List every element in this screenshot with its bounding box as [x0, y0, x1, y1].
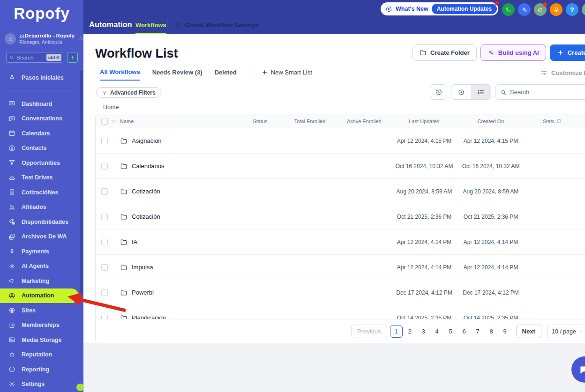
chevron-down-icon[interactable]: [108, 118, 118, 124]
table-row-ia[interactable]: IAApr 12 2024, 4:14 PMApr 12 2024, 4:14 …: [96, 229, 585, 255]
row-menu-button[interactable]: [583, 289, 585, 296]
sidebar-item-ai-agents[interactable]: AI Agents: [0, 259, 83, 274]
sidebar-item-payments[interactable]: $Payments: [0, 244, 83, 259]
build-using-ai-button[interactable]: Build using AI: [480, 44, 546, 61]
advanced-filters-button[interactable]: Advanced Filters: [96, 87, 161, 98]
sidebar-item-sites[interactable]: Sites: [0, 303, 83, 318]
sidebar-item-marketing[interactable]: Marketing: [0, 274, 83, 288]
announcements-button[interactable]: [534, 3, 547, 16]
help-button[interactable]: ?: [566, 3, 578, 16]
quick-actions-button[interactable]: [67, 52, 78, 63]
table-row-cotizaci-n[interactable]: CotizaciónAug 20 2024, 8:59 AMAug 20 202…: [96, 179, 585, 204]
folder-name[interactable]: IA: [132, 238, 137, 245]
table-row-cotizaci-n[interactable]: CotizaciónOct 21 2025, 2:36 PMOct 21 202…: [96, 204, 585, 229]
row-menu-button[interactable]: [583, 137, 585, 145]
page-button-2[interactable]: 2: [404, 325, 416, 338]
row-menu-button[interactable]: [583, 238, 585, 246]
folder-name[interactable]: Impulsa: [132, 264, 153, 271]
folder-name[interactable]: Asignacion: [132, 137, 162, 144]
row-checkbox[interactable]: [101, 214, 108, 220]
whats-new-pill[interactable]: What's New Automation Updates: [381, 2, 498, 15]
sidebar-item-media-storage[interactable]: Media Storage: [0, 333, 83, 348]
select-all-checkbox[interactable]: [101, 118, 108, 125]
row-menu-button[interactable]: [583, 163, 585, 170]
sidebar-item-archivos-de-wa[interactable]: Archivos De WA: [0, 229, 83, 244]
page-button-8[interactable]: 8: [485, 325, 498, 338]
sidebar-item-automation[interactable]: Automation: [0, 288, 79, 303]
previous-page-button[interactable]: Previous: [351, 325, 387, 338]
account-switcher[interactable]: zzDesarrollo - Ropofy Rionegro, Antioqui…: [5, 33, 80, 45]
create-folder-button[interactable]: Create Folder: [412, 44, 477, 61]
page-button-9[interactable]: 9: [499, 325, 511, 338]
sidebar-item-contacts[interactable]: Contacts: [0, 141, 83, 156]
sidebar-scrollbar[interactable]: [80, 70, 83, 295]
sidebar-item-calendars[interactable]: Calendars: [0, 126, 83, 141]
folder-name[interactable]: Cotización: [132, 213, 160, 220]
sidebar-item-opportunities[interactable]: Opportunities: [0, 155, 83, 170]
row-checkbox[interactable]: [101, 264, 108, 271]
page-button-4[interactable]: 4: [431, 325, 443, 338]
page-button-7[interactable]: 7: [472, 325, 484, 338]
folder-name[interactable]: Calendarios: [132, 163, 164, 170]
tab-workflows[interactable]: Workflows: [135, 22, 166, 34]
table-row-powerbi[interactable]: PowerbiDec 17 2024, 4:12 PMDec 17 2024, …: [96, 280, 585, 305]
row-checkbox[interactable]: [101, 289, 108, 296]
ai-assistant-button[interactable]: [518, 3, 531, 16]
folder-name[interactable]: Planificacion: [132, 314, 166, 319]
phone-button[interactable]: [502, 3, 515, 16]
page-button-6[interactable]: 6: [458, 325, 471, 338]
history-button[interactable]: [430, 84, 447, 100]
create-workflow-button[interactable]: Create Workflow: [550, 44, 585, 61]
page-button-3[interactable]: 3: [417, 325, 430, 338]
folder-name[interactable]: Cotización: [132, 188, 160, 195]
table-row-calendarios[interactable]: CalendariosOct 16 2024, 10:32 AMOct 16 2…: [96, 154, 585, 179]
table-row-planificacion[interactable]: PlanificacionOct 14 2025, 2:35 PMOct 14 …: [96, 305, 585, 319]
automation-updates-badge[interactable]: Automation Updates: [432, 4, 497, 14]
sidebar-item-test-drives[interactable]: Test Drives: [0, 170, 83, 185]
sidebar-item-settings[interactable]: Settings: [0, 377, 83, 392]
workflow-search[interactable]: [495, 84, 585, 100]
sidebar-item-disponibilidades[interactable]: Disponibilidades: [0, 214, 83, 229]
new-smart-list-button[interactable]: New Smart List: [262, 69, 312, 80]
sidebar-search[interactable]: ctrl K: [6, 52, 63, 63]
folder-icon: [120, 213, 128, 221]
workflow-search-input[interactable]: [510, 89, 585, 96]
row-checkbox[interactable]: [101, 188, 108, 195]
page-button-1[interactable]: 1: [390, 325, 403, 338]
user-avatar[interactable]: W: [582, 3, 585, 16]
next-page-button[interactable]: Next: [516, 325, 541, 338]
row-menu-button[interactable]: [583, 314, 585, 319]
tab-all-workflows[interactable]: All Workflows: [100, 68, 140, 81]
tab-needs-review[interactable]: Needs Review (3): [152, 69, 202, 80]
folder-name[interactable]: Powerbi: [132, 289, 154, 296]
sidebar-collapse-button[interactable]: [76, 384, 84, 391]
row-checkbox[interactable]: [101, 239, 108, 245]
page-button-5[interactable]: 5: [444, 325, 457, 338]
row-menu-button[interactable]: [583, 188, 585, 195]
breadcrumb[interactable]: Home: [103, 104, 119, 111]
table-row-impulsa[interactable]: ImpulsaApr 12 2024, 4:14 PMApr 12 2024, …: [96, 255, 585, 280]
list-view-button[interactable]: [471, 85, 491, 99]
recent-view-button[interactable]: [451, 85, 471, 99]
sidebar-item-cotizaci-nes[interactable]: CotizacióNes: [0, 185, 83, 200]
sidebar-item-reputation[interactable]: Reputation: [0, 348, 83, 362]
row-checkbox[interactable]: [101, 315, 108, 319]
notifications-button[interactable]: [550, 3, 562, 16]
sidebar-item-memberships[interactable]: Memberships: [0, 318, 83, 333]
sidebar-item-conversations[interactable]: Conversations: [0, 111, 83, 126]
tab-global-workflow-settings[interactable]: Global Workflow Settings: [174, 22, 258, 29]
row-checkbox[interactable]: [101, 138, 108, 144]
sidebar-item-reporting[interactable]: Reporting: [0, 362, 83, 377]
sidebar-search-input[interactable]: [15, 55, 46, 60]
row-menu-button[interactable]: [583, 264, 585, 271]
sidebar-item-afiliados[interactable]: Afiliados: [0, 200, 83, 215]
cell-last-updated: Apr 12 2024, 4:14 PM: [394, 264, 455, 271]
tab-deleted[interactable]: Deleted: [215, 69, 237, 80]
row-checkbox[interactable]: [101, 163, 108, 170]
sidebar-item-dashboard[interactable]: Dashboard: [0, 96, 83, 111]
row-menu-button[interactable]: [583, 213, 585, 221]
customize-list-button[interactable]: Customize List: [540, 69, 585, 76]
table-row-asignacion[interactable]: AsignacionApr 12 2024, 4:15 PMApr 12 202…: [96, 128, 585, 154]
sidebar-item-pasos-iniciales[interactable]: Pasos iniciales: [8, 74, 64, 81]
page-size-select[interactable]: 10 / page: [547, 325, 585, 338]
